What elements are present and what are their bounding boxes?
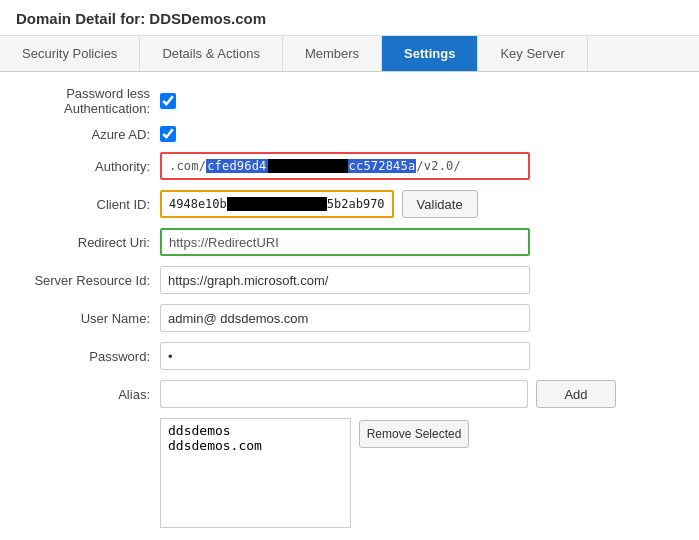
passwordless-auth-row: Password less Authentication: [20, 86, 679, 116]
client-id-label: Client ID: [20, 197, 160, 212]
validate-button[interactable]: Validate [402, 190, 478, 218]
tab-details-actions[interactable]: Details & Actions [140, 36, 283, 71]
alias-list[interactable]: ddsdemos ddsdemos.com [160, 418, 351, 528]
password-input[interactable] [160, 342, 530, 370]
redirect-uri-row: Redirect Uri: [20, 228, 679, 256]
header-prefix: Domain Detail for: [16, 10, 149, 27]
user-name-label: User Name: [20, 311, 160, 326]
client-id-prefix: 4948e10b [169, 197, 227, 211]
passwordless-auth-label: Password less Authentication: [20, 86, 160, 116]
tab-security-policies[interactable]: Security Policies [0, 36, 140, 71]
remove-selected-button[interactable]: Remove Selected [359, 420, 469, 448]
client-id-redacted [227, 197, 327, 211]
azure-ad-label: Azure AD: [20, 127, 160, 142]
authority-field[interactable]: .com/cfed96d4cc572845a/v2.0/ [160, 152, 530, 180]
authority-id1: cfed96d4 [206, 159, 267, 173]
page-header: Domain Detail for: DDSDemos.com [0, 0, 699, 36]
alias-row: Alias: Add [20, 380, 679, 408]
alias-list-container: ddsdemos ddsdemos.com Remove Selected [160, 418, 469, 528]
password-label: Password: [20, 349, 160, 364]
user-name-input[interactable] [160, 304, 530, 332]
redirect-uri-label: Redirect Uri: [20, 235, 160, 250]
azure-ad-row: Azure AD: [20, 126, 679, 142]
tab-members[interactable]: Members [283, 36, 382, 71]
tabs-container: Security Policies Details & Actions Memb… [0, 36, 699, 72]
client-id-field[interactable]: 4948e10b5b2ab970 [160, 190, 394, 218]
tab-key-server[interactable]: Key Server [478, 36, 587, 71]
alias-label: Alias: [20, 387, 160, 402]
tab-settings[interactable]: Settings [382, 36, 478, 71]
authority-suffix: /v2.0/ [416, 159, 461, 173]
client-id-row: Client ID: 4948e10b5b2ab970 Validate [20, 190, 679, 218]
form-content: Password less Authentication: Azure AD: … [0, 72, 699, 540]
alias-input[interactable] [160, 380, 528, 408]
server-resource-id-input[interactable] [160, 266, 530, 294]
server-resource-id-label: Server Resource Id: [20, 273, 160, 288]
passwordless-auth-checkbox[interactable] [160, 93, 176, 109]
add-button[interactable]: Add [536, 380, 616, 408]
authority-row: Authority: .com/cfed96d4cc572845a/v2.0/ [20, 152, 679, 180]
password-row: Password: [20, 342, 679, 370]
server-resource-id-row: Server Resource Id: [20, 266, 679, 294]
alias-list-row: ddsdemos ddsdemos.com Remove Selected [20, 418, 679, 528]
client-id-suffix: 5b2ab970 [327, 197, 385, 211]
header-domain: DDSDemos.com [149, 10, 266, 27]
authority-redacted [268, 159, 348, 173]
alias-list-buttons: Remove Selected [359, 420, 469, 448]
azure-ad-checkbox[interactable] [160, 126, 176, 142]
authority-id2: cc572845a [348, 159, 417, 173]
authority-label: Authority: [20, 159, 160, 174]
redirect-uri-input[interactable] [160, 228, 530, 256]
authority-prefix: .com/ [169, 159, 206, 173]
user-name-row: User Name: [20, 304, 679, 332]
